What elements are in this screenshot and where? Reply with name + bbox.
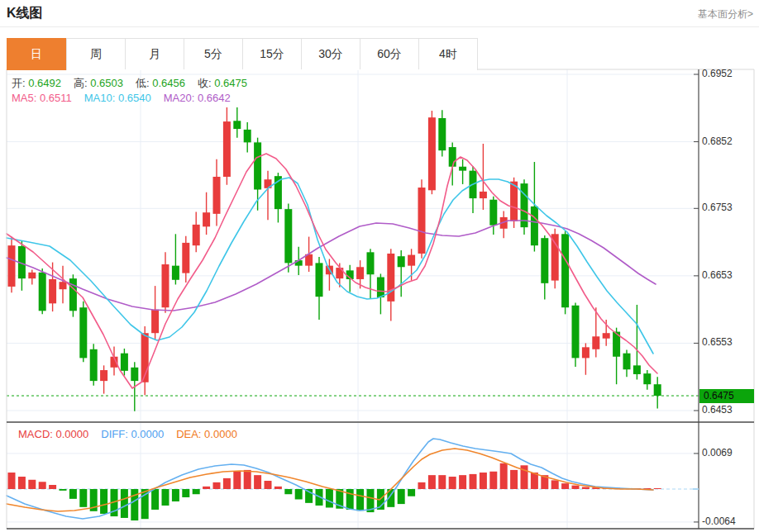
price-tick-0.6753: 0.6753 <box>702 202 733 213</box>
macd-bar <box>182 489 189 497</box>
candle <box>284 204 292 273</box>
macd-bar <box>500 463 508 489</box>
macd-bar <box>162 489 169 506</box>
macd-bar <box>49 485 56 489</box>
legend-item-MA5: MA5: 0.6511 <box>12 92 72 104</box>
macd-bar <box>408 489 415 496</box>
fundamental-analysis-link[interactable]: 基本面分析> <box>698 7 753 21</box>
candle <box>582 343 590 374</box>
macd-tick-0.0069: 0.0069 <box>702 447 733 458</box>
macd-bar <box>151 489 159 510</box>
tab-15分[interactable]: 15分 <box>243 39 302 69</box>
macd-bar <box>326 489 333 507</box>
macd-bar <box>18 477 26 489</box>
candle <box>521 179 528 235</box>
macd-bar <box>480 473 487 489</box>
legend-item-高: 高: 0.6503 <box>74 76 123 91</box>
macd-bar <box>561 483 569 489</box>
candle <box>28 270 36 285</box>
candle <box>561 231 569 314</box>
tab-周[interactable]: 周 <box>67 39 126 69</box>
candle <box>654 377 661 408</box>
macd-histogram <box>8 463 661 520</box>
gridlines <box>7 69 699 529</box>
last-price-badge: 0.6475 <box>699 389 754 403</box>
tab-日[interactable]: 日 <box>7 38 67 70</box>
candle <box>60 266 67 304</box>
candle <box>387 249 394 321</box>
candles <box>8 107 661 411</box>
macd-bar <box>121 489 128 518</box>
candle <box>223 107 231 185</box>
candle <box>203 192 210 235</box>
legend-item-收: 收: 0.6475 <box>198 76 247 91</box>
candle <box>428 111 436 194</box>
macd-bar <box>28 480 36 489</box>
candle <box>90 344 98 386</box>
macd-bar <box>193 489 200 494</box>
legend-item-低: 低: 0.6456 <box>136 76 185 91</box>
candle <box>233 107 241 138</box>
macd-bar <box>418 482 426 489</box>
legend-item-DEA: DEA: 0.0000 <box>176 428 237 440</box>
macd-bar <box>284 489 292 494</box>
macd-bar <box>8 473 16 489</box>
legend-item-MA20: MA20: 0.6642 <box>164 92 231 104</box>
candle <box>418 179 426 258</box>
macd-tick--0.0064: -0.0064 <box>702 515 736 527</box>
price-tick-0.6952: 0.6952 <box>702 68 733 79</box>
macd-bar <box>572 486 580 489</box>
macd-bar <box>203 487 210 489</box>
tab-60分[interactable]: 60分 <box>360 39 419 69</box>
macd-bar <box>79 489 87 507</box>
macd-bar <box>172 489 179 501</box>
macd-bar <box>531 473 538 489</box>
candle <box>489 197 497 235</box>
macd-bar <box>346 489 354 510</box>
candle <box>244 122 251 153</box>
candle <box>265 171 272 221</box>
macd-bar <box>470 474 477 489</box>
candle <box>459 159 466 184</box>
candle <box>551 229 559 289</box>
tab-月[interactable]: 月 <box>126 39 184 69</box>
candle <box>213 159 221 226</box>
candle <box>500 211 508 239</box>
candle <box>367 249 375 298</box>
candle <box>316 257 323 320</box>
title-divider <box>0 26 759 27</box>
price-tick-0.6453: 0.6453 <box>702 404 733 416</box>
candle <box>121 349 128 376</box>
tab-4时[interactable]: 4时 <box>419 39 477 69</box>
macd-bar <box>551 480 559 489</box>
macd-bar <box>213 482 221 489</box>
candle <box>151 286 159 340</box>
candle <box>69 274 77 316</box>
tab-5分[interactable]: 5分 <box>184 39 243 69</box>
price-tick-0.6553: 0.6553 <box>702 336 733 348</box>
legend-item-开: 开: 0.6492 <box>12 76 61 91</box>
candle <box>572 302 580 366</box>
macd-bar <box>489 472 497 489</box>
macd-bar <box>459 475 466 489</box>
price-tick-0.6653: 0.6653 <box>702 269 733 281</box>
macd-bar <box>244 470 251 489</box>
candle <box>18 240 26 290</box>
candle <box>643 370 651 390</box>
page-title: K线图 <box>7 5 43 22</box>
macd-bar <box>265 481 272 489</box>
candle <box>377 273 384 314</box>
price-tick-0.6852: 0.6852 <box>702 135 733 147</box>
candle <box>162 252 169 312</box>
legend-item-MACD: MACD: 0.0000 <box>18 428 88 440</box>
macd-bar <box>223 478 231 489</box>
candle <box>541 235 548 299</box>
candle <box>172 234 179 284</box>
candle <box>39 268 46 314</box>
tab-30分[interactable]: 30分 <box>302 39 360 69</box>
macd-bar <box>582 487 590 489</box>
macd-bar <box>274 487 282 489</box>
macd-legend: MACD: 0.0000DIFF: 0.0000DEA: 0.0000 <box>18 428 237 440</box>
ohlc-legend: 开: 0.6492高: 0.6503低: 0.6456收: 0.6475 <box>12 76 247 91</box>
macd-bar <box>356 489 364 511</box>
